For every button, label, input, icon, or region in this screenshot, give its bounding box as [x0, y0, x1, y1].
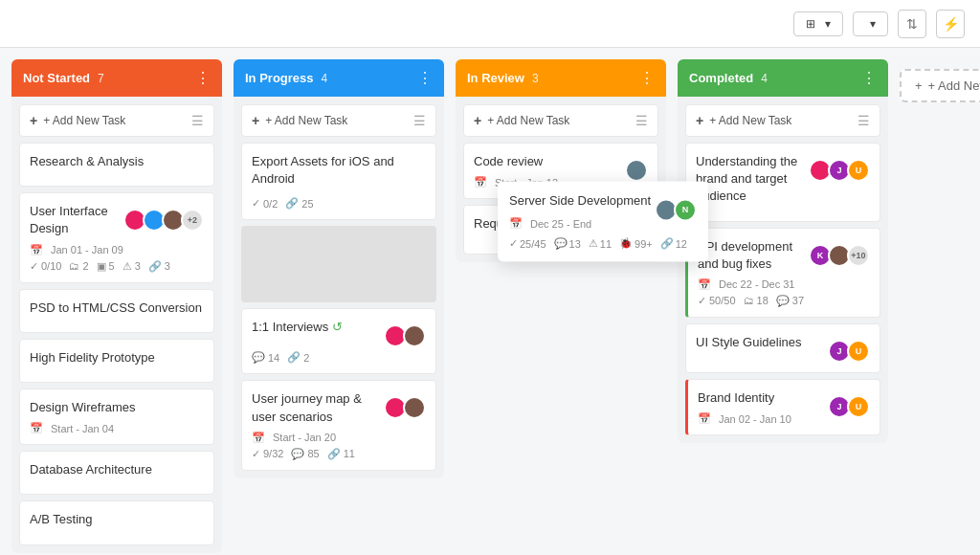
column-header-left: In Progress 4: [245, 71, 327, 85]
card-avatars: [384, 396, 426, 419]
show-arrow: ▾: [870, 17, 876, 31]
task-card[interactable]: 1:1 Interviews ↺ 💬 14 🔗 2: [241, 308, 436, 374]
stat-val: 12: [676, 238, 687, 250]
task-card[interactable]: Design Wireframes 📅 Start - Jan 04: [19, 388, 214, 445]
filter-button[interactable]: ⚡: [936, 10, 965, 38]
customize-button[interactable]: ⊞ ▾: [793, 11, 843, 36]
add-new-column: + + Add New: [900, 59, 980, 102]
calendar-icon: 📅: [509, 218, 523, 231]
avatar: [625, 159, 648, 182]
stat-icon: 💬: [776, 295, 790, 307]
card-meta: 📅 Dec 22 - Dec 31: [698, 278, 809, 291]
task-card[interactable]: PSD to HTML/CSS Conversion: [19, 289, 214, 333]
stat-val: 9/32: [263, 448, 283, 459]
card-row: PSD to HTML/CSS Conversion: [30, 300, 204, 322]
popup-wrapper: Requirement Document Server Side Develop…: [463, 205, 658, 255]
stat-val: 25/45: [520, 238, 546, 250]
filter-icon: ⚡: [943, 16, 959, 32]
stat-item: 🐞99+: [619, 238, 653, 251]
card-meta: 📅 Jan 02 - Jan 10: [698, 412, 828, 425]
card-left: User Interface Design 📅 Jan 01 - Jan 09: [30, 203, 123, 255]
sort-icon: ⇅: [906, 16, 918, 32]
add-task-label: + Add New Task: [43, 114, 125, 127]
show-filter-button[interactable]: ▾: [853, 11, 888, 36]
add-task-label: + Add New Task: [487, 114, 569, 127]
task-card[interactable]: A/B Testing: [19, 500, 214, 544]
task-card[interactable]: Export Assets for iOS and Android ✓ 0/2 …: [241, 143, 436, 220]
board-container: Not Started 7 ⋮ + + Add New Task ☰ Resea…: [0, 48, 980, 555]
column-not-started: Not Started 7 ⋮ + + Add New Task ☰ Resea…: [11, 59, 222, 553]
customize-arrow: ▾: [825, 17, 831, 31]
avatar: U: [847, 395, 870, 418]
task-card[interactable]: High Fidelity Prototype: [19, 339, 214, 383]
stat-val: 99+: [635, 238, 653, 250]
stat-icon: 💬: [554, 238, 568, 251]
card-left: 1:1 Interviews ↺: [252, 319, 384, 342]
stat-item: ✓ 50/50: [698, 295, 736, 307]
add-task-row[interactable]: + + Add New Task ☰: [19, 104, 214, 137]
column-menu-button[interactable]: ⋮: [417, 69, 433, 87]
column-body-in-progress: + + Add New Task ☰ Export Assets for iOS…: [234, 97, 444, 478]
date-text: Jan 01 - Jan 09: [51, 244, 123, 255]
sort-button[interactable]: ⇅: [898, 10, 926, 38]
task-card[interactable]: Understanding the brand and target audie…: [685, 143, 880, 222]
add-task-left: + + Add New Task: [252, 113, 347, 128]
column-menu-button[interactable]: ⋮: [195, 69, 211, 87]
stat-icon: 🔗: [148, 260, 162, 273]
card-title: Code review: [474, 153, 625, 170]
list-icon: ☰: [413, 113, 426, 128]
card-title: Research & Analysis: [30, 153, 204, 170]
card-row: API development and bug fixes 📅 Dec 22 -…: [698, 238, 870, 291]
column-header-not-started: Not Started 7 ⋮: [11, 59, 222, 97]
card-meta: 📅 Start - Jan 20: [252, 432, 384, 444]
stat-icon: ✓: [252, 448, 260, 460]
stat-item: 💬 37: [776, 295, 804, 307]
stat-icon: 💬: [291, 448, 304, 460]
task-card[interactable]: Brand Identity 📅 Jan 02 - Jan 10 JU: [685, 379, 880, 435]
popup-card-row: Server Side Development 📅 Dec 25 - End N: [509, 193, 697, 231]
column-body-not-started: + + Add New Task ☰ Research & Analysis U…: [11, 97, 222, 553]
list-icon: ☰: [191, 113, 204, 128]
task-card[interactable]: API development and bug fixes 📅 Dec 22 -…: [685, 228, 880, 318]
task-card[interactable]: User Interface Design 📅 Jan 01 - Jan 09 …: [19, 192, 214, 282]
date-text: Start - Jan 20: [273, 432, 336, 443]
column-menu-button[interactable]: ⋮: [639, 69, 655, 87]
add-task-row[interactable]: + + Add New Task ☰: [463, 104, 658, 137]
column-menu-button[interactable]: ⋮: [861, 69, 877, 87]
stat-icon: 🔗: [285, 197, 299, 210]
card-avatars: JU: [828, 340, 870, 363]
card-title: API development and bug fixes: [698, 238, 809, 273]
stat-val: 2: [82, 260, 88, 272]
column-header-left: In Review 3: [467, 71, 539, 85]
stat-val: 0/2: [263, 198, 278, 210]
popup-card-left: Server Side Development 📅 Dec 25 - End: [509, 193, 655, 231]
column-in-progress: In Progress 4 ⋮ + + Add New Task ☰ Expor…: [234, 59, 444, 478]
column-title: Completed: [689, 71, 753, 85]
card-left: Database Architecture: [30, 461, 204, 484]
card-avatars: K+10: [809, 244, 870, 267]
card-row: Research & Analysis: [30, 153, 204, 176]
card-row: Brand Identity 📅 Jan 02 - Jan 10 JU: [698, 389, 870, 425]
list-icon: ☰: [635, 113, 648, 128]
add-task-row[interactable]: + + Add New Task ☰: [241, 104, 436, 137]
stat-item: ⚠11: [589, 238, 612, 251]
task-card[interactable]: Research & Analysis: [19, 143, 214, 187]
avatar: [403, 324, 426, 347]
card-stats: ✓ 9/32 💬 85 🔗 11: [252, 448, 426, 460]
column-completed: Completed 4 ⋮ + + Add New Task ☰ Underst…: [678, 59, 888, 443]
stat-val: 11: [344, 448, 355, 459]
stat-item: ✓ 0/10: [30, 260, 61, 273]
stat-icon: ⚠: [589, 238, 598, 251]
calendar-icon: 📅: [30, 422, 43, 434]
task-card[interactable]: Database Architecture: [19, 451, 214, 495]
stat-val: 85: [307, 448, 319, 459]
stat-item: ⚠ 3: [122, 260, 141, 273]
card-left: Design Wireframes 📅 Start - Jan 04: [30, 399, 204, 434]
add-new-column-button[interactable]: + + Add New: [900, 69, 980, 102]
calendar-icon: 📅: [698, 412, 711, 425]
task-card[interactable]: UI Style GuidelinesJU: [685, 323, 880, 373]
avatar: U: [847, 159, 870, 182]
popup-date: Dec 25 - End: [530, 218, 591, 230]
task-card[interactable]: User journey map & user scenarios 📅 Star…: [241, 380, 436, 470]
add-task-row[interactable]: + + Add New Task ☰: [685, 104, 880, 137]
